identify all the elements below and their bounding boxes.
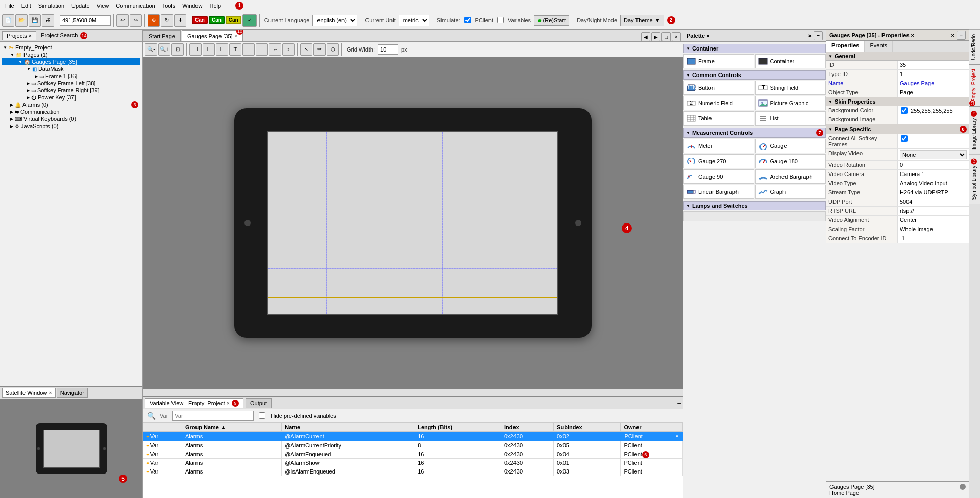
tree-gauges-page[interactable]: 🏠 Gauges Page [35]: [2, 58, 140, 65]
zoom-out[interactable]: 🔍-: [145, 43, 157, 56]
props-tab-events[interactable]: Events: [865, 41, 893, 52]
col-index[interactable]: Index: [501, 423, 553, 432]
left-panel-close[interactable]: –: [137, 33, 140, 38]
palette-item-gauge[interactable]: Gauge: [755, 139, 826, 153]
coord-input[interactable]: [60, 15, 111, 26]
tb-redo[interactable]: ↪: [130, 14, 142, 27]
restart-btn[interactable]: ● (Re)Start: [534, 15, 569, 26]
tree-expand-root[interactable]: [3, 45, 7, 50]
prop-value-id[interactable]: 35: [898, 61, 969, 69]
grid-width-input[interactable]: [378, 44, 398, 55]
side-undo-redo[interactable]: Undo/Redo: [969, 30, 980, 64]
prop-value-softkey[interactable]: [898, 134, 969, 148]
tab-output[interactable]: Output: [246, 398, 272, 408]
tree-alarms[interactable]: 🔔 Alarms (0) 3: [2, 101, 140, 108]
palette-item-gauge270[interactable]: Gauge 270: [683, 154, 754, 168]
tab-gauges-page[interactable]: 10 Gauges Page [35] ×: [182, 30, 243, 41]
table-row[interactable]: ●Var Alarms @AlarmEnqueued 16 0x2430 0x0…: [143, 450, 683, 459]
props-section-skin[interactable]: Skin Properties: [826, 97, 969, 106]
palette-item-string-field[interactable]: T String Field: [755, 81, 826, 95]
menu-file[interactable]: File: [2, 2, 17, 10]
side-image-library[interactable]: Image Library 11: [969, 106, 980, 154]
tree-expand-datamask[interactable]: [27, 67, 31, 71]
tree-softkey-left[interactable]: ▭ Softkey Frame Left [38]: [2, 80, 140, 87]
prop-value-encoder-id[interactable]: -1: [898, 234, 969, 243]
tb-undo[interactable]: ↩: [116, 14, 129, 27]
menu-view[interactable]: View: [94, 2, 112, 10]
tb-download[interactable]: ⬇: [174, 14, 186, 27]
tb-new[interactable]: 📄: [2, 14, 14, 27]
tab-satellite[interactable]: Satellite Window ×: [2, 388, 56, 398]
satellite-close[interactable]: –: [137, 389, 140, 396]
table-row[interactable]: ●Var Alarms @AlarmShow 16 0x2430 0x01 PC…: [143, 459, 683, 467]
table-row[interactable]: ●Var Alarms @IsAlarmEnqueued 16 0x2430 0…: [143, 467, 683, 476]
palette-section-measurement[interactable]: Measurement Controls 7: [683, 128, 826, 138]
tab-nav-right[interactable]: ▶: [651, 32, 660, 41]
palette-item-numeric-field[interactable]: 2 Numeric Field: [683, 96, 754, 110]
hide-predefined-checkbox[interactable]: [259, 412, 265, 419]
palette-item-list[interactable]: List: [755, 111, 826, 126]
col-name[interactable]: Name: [282, 423, 414, 432]
tb-target[interactable]: ⊕: [148, 14, 160, 27]
palette-minimize[interactable]: –: [814, 31, 823, 40]
tree-softkey-right[interactable]: ▭ Softkey Frame Right [39]: [2, 87, 140, 94]
tree-communication[interactable]: ⇆ Communication: [2, 108, 140, 115]
col-group-name[interactable]: Group Name ▲: [182, 423, 281, 432]
prop-value-video-align[interactable]: Center: [898, 216, 969, 225]
tab-start-page[interactable]: Start Page: [143, 30, 181, 41]
tree-keyboards[interactable]: ⌨ Virtual Keyboards (0): [2, 115, 140, 122]
tab-nav-left[interactable]: ◀: [641, 32, 650, 41]
prop-value-udp-port[interactable]: 5004: [898, 197, 969, 206]
prop-value-scaling[interactable]: Whole Image: [898, 225, 969, 234]
table-row[interactable]: ●Var Alarms @AlarmCurrent 16 0x2430 0x02…: [143, 432, 683, 441]
menu-communication[interactable]: Communication: [113, 2, 158, 10]
menu-tools[interactable]: Tools: [159, 2, 179, 10]
canvas-area[interactable]: 4: [143, 57, 683, 389]
tree-expand-comm[interactable]: [10, 110, 13, 114]
prop-value-bgimage[interactable]: [898, 115, 969, 124]
zoom-in[interactable]: 🔍+: [158, 43, 170, 56]
tree-root[interactable]: 🗁 Empty_Project: [2, 44, 140, 51]
align-right[interactable]: ⊢: [216, 43, 228, 56]
dist-h[interactable]: ↔: [269, 43, 281, 56]
align-center[interactable]: ⊢: [203, 43, 215, 56]
side-empty-project[interactable]: Empty_Project 13: [969, 64, 980, 106]
prop-value-video-rotation[interactable]: 0: [898, 161, 969, 169]
tree-expand-gauges[interactable]: [18, 60, 22, 64]
zoom-fit[interactable]: ⊡: [172, 43, 184, 56]
palette-section-common[interactable]: Common Controls: [683, 70, 826, 80]
tb-visu[interactable]: ✓: [242, 14, 257, 27]
tab-project-search[interactable]: Project Search 14: [36, 31, 92, 40]
prop-value-bgcolor[interactable]: 255,255,255,255: [898, 106, 969, 115]
palette-item-arched-bargraph[interactable]: Arched Bargraph: [755, 169, 826, 184]
prop-value-name[interactable]: Gauges Page: [898, 79, 969, 88]
props-minimize[interactable]: –: [957, 31, 966, 40]
theme-select[interactable]: Day Theme ▼: [620, 15, 664, 26]
palette-item-button[interactable]: BTN Button: [683, 81, 754, 95]
tab-close-all[interactable]: ×: [672, 32, 681, 41]
tb-print[interactable]: 🖨: [42, 14, 54, 27]
tree-expand-kb[interactable]: [10, 117, 13, 121]
prop-value-rtsp[interactable]: rtsp://: [898, 207, 969, 215]
menu-window[interactable]: Window: [179, 2, 205, 10]
palette-item-gauge90[interactable]: Gauge 90: [683, 169, 754, 184]
tree-power-key[interactable]: ⏻ Power Key [37]: [2, 94, 140, 101]
menu-help[interactable]: Help: [206, 2, 224, 10]
align-top[interactable]: ⊤: [229, 43, 241, 56]
col-subindex[interactable]: SubIndex: [554, 423, 621, 432]
tb-open[interactable]: 📂: [15, 14, 28, 27]
pclient-checkbox[interactable]: [464, 17, 471, 23]
unit-select[interactable]: metric: [399, 15, 429, 26]
tree-expand-frame1[interactable]: [35, 74, 38, 79]
align-vcenter[interactable]: ⊥: [242, 43, 255, 56]
props-tab-properties[interactable]: Properties: [826, 41, 865, 52]
tb-refresh[interactable]: ↻: [161, 14, 173, 27]
props-section-page[interactable]: Page Specific 8: [826, 124, 969, 134]
tree-pages[interactable]: 📁 Pages (1): [2, 51, 140, 58]
tool-select[interactable]: ↖: [300, 43, 312, 56]
palette-section-container[interactable]: Container: [683, 44, 826, 53]
tree-frame1[interactable]: ▭ Frame 1 [36]: [2, 72, 140, 80]
col-owner[interactable]: Owner: [621, 423, 683, 432]
device-screen[interactable]: [267, 131, 558, 315]
col-length[interactable]: Length (Bits): [414, 423, 501, 432]
